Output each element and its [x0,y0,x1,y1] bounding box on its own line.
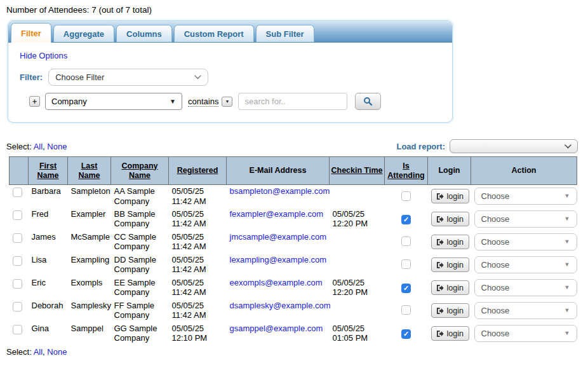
first-name-cell: Eric [29,277,68,299]
filter-select[interactable]: Choose Filter [48,69,208,86]
action-select[interactable]: Choose▼ [474,279,577,296]
checkin-time-cell [330,185,385,208]
hide-options-link[interactable]: Hide Options [20,51,67,60]
dropdown-arrow-icon: ▼ [565,191,570,202]
tab-columns[interactable]: Columns [116,25,172,42]
row-select-checkbox[interactable] [13,325,22,334]
operator-dropdown-button[interactable]: ▼ [222,97,232,107]
row-select-checkbox[interactable] [13,279,22,289]
column-header-action: Action [471,157,577,185]
email-link[interactable]: eexompls@example.com [230,278,323,287]
column-header-registered[interactable]: Registered [169,157,227,185]
login-button[interactable]: login [431,326,469,341]
action-select[interactable]: Choose▼ [474,256,577,273]
is-attending-cell [385,231,428,254]
row-select-checkbox[interactable] [13,233,22,243]
is-attending-checkbox[interactable]: ✓ [401,329,411,339]
checkin-time-cell: 05/05/2501:05 PM [330,322,385,345]
select-all-link[interactable]: All [34,142,43,151]
action-select[interactable]: Choose▼ [474,325,577,342]
registered-cell: 05/05/2512:10 PM [169,322,227,345]
select-label: Select: [6,142,32,151]
login-button[interactable]: login [431,280,469,295]
first-name-cell: Barbara [29,185,68,208]
email-link[interactable]: jmcsample@example.com [230,232,327,242]
is-attending-checkbox[interactable] [401,191,411,201]
tab-custom-report[interactable]: Custom Report [174,25,254,42]
login-button[interactable]: login [431,212,469,226]
is-attending-cell: ✓ [385,322,428,345]
load-report-select[interactable] [450,139,578,153]
tab-filter[interactable]: Filter [11,23,51,43]
email-link[interactable]: bsampleton@example.com [230,186,330,196]
is-attending-cell [385,299,428,322]
add-condition-button[interactable]: + [29,96,40,107]
email-link[interactable]: dsamplesky@example.com [230,301,331,310]
column-header-checkin-time[interactable]: Checkin Time [330,157,385,185]
row-select-checkbox[interactable] [13,256,22,266]
action-select[interactable]: Choose▼ [474,188,577,205]
login-button[interactable]: login [431,189,469,203]
company-name-cell: DD Sample Company [111,254,169,277]
login-cell: login [428,208,471,231]
login-icon [436,261,444,269]
attendee-table: First NameLast NameCompany NameRegistere… [9,156,577,345]
login-icon [436,193,444,200]
row-select-checkbox[interactable] [13,210,22,220]
action-cell: Choose▼ [471,322,577,345]
email-link[interactable]: fexampler@example.com [230,209,324,219]
registered-time: 11:42 AM [172,310,224,320]
column-header-company-name[interactable]: Company Name [111,157,169,185]
dropdown-arrow-icon: ▼ [565,329,570,339]
tab-aggregate[interactable]: Aggregate [53,25,114,42]
checkin-time-cell: 05/05/2512:20 PM [330,277,385,299]
registered-cell: 05/05/2511:42 AM [169,277,227,299]
row-select-checkbox[interactable] [13,188,22,197]
registered-cell: 05/05/2511:42 AM [169,299,227,322]
registered-date: 05/05/25 [172,209,224,219]
checkin-time-cell [330,254,385,277]
column-header-is-attending[interactable]: Is Attending [385,157,428,185]
is-attending-checkbox[interactable]: ✓ [401,215,411,224]
row-select-checkbox[interactable] [13,302,22,312]
login-button[interactable]: login [431,303,469,318]
field-select[interactable]: Company ▼ [45,93,182,110]
is-attending-checkbox[interactable] [401,305,411,315]
login-icon [436,284,444,292]
column-header-last-name[interactable]: Last Name [68,157,111,185]
column-header-label: E-Mail Address [250,166,307,175]
checkin-date: 05/05/25 [333,324,382,334]
action-select[interactable]: Choose▼ [474,210,577,228]
email-link[interactable]: lexampling@example.com [230,255,327,264]
filter-panel-body: Hide Options Filter: Choose Filter + Com… [8,43,452,110]
login-button[interactable]: login [431,257,469,272]
column-header-first-name[interactable]: First Name [29,157,68,185]
select-all-link[interactable]: All [34,347,43,357]
login-cell: login [428,254,471,277]
select-none-link[interactable]: None [47,347,67,357]
tab-sub-filter[interactable]: Sub Filter [256,25,314,42]
login-button[interactable]: login [431,235,469,249]
checkin-time: 01:05 PM [333,333,382,343]
operator-link[interactable]: contains [188,97,218,107]
search-button[interactable] [355,93,381,110]
filter-select-value: Choose Filter [55,72,104,82]
separator: , [43,347,45,357]
login-cell: login [428,277,471,299]
registered-cell: 05/05/2511:42 AM [169,208,227,231]
last-name-cell: McSample [68,231,111,254]
last-name-cell: Exompls [68,277,111,299]
table-row: GinaSamppelGG Sample Company05/05/2512:1… [10,322,577,345]
action-cell: Choose▼ [471,254,577,277]
email-link[interactable]: gsamppel@example.com [230,324,323,333]
email-cell: fexampler@example.com [227,208,330,231]
select-none-link[interactable]: None [47,142,67,151]
is-attending-checkbox[interactable]: ✓ [401,284,411,293]
action-cell: Choose▼ [471,231,577,254]
is-attending-checkbox[interactable] [401,259,411,269]
company-name-cell: AA Sample Company [111,185,169,208]
action-select[interactable]: Choose▼ [474,233,577,250]
is-attending-checkbox[interactable] [401,236,411,246]
search-input[interactable] [238,93,347,110]
action-select[interactable]: Choose▼ [474,302,577,319]
